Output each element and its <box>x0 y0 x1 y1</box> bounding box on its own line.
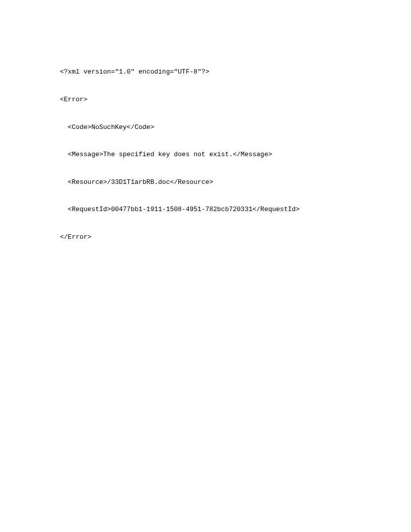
error-close-tag: </Error> <box>60 233 411 242</box>
error-resource-line: <Resource>/33D1T1arbRB.doc</Resource> <box>60 178 411 187</box>
error-code-line: <Code>NoSuchKey</Code> <box>60 123 411 132</box>
xml-error-document: <?xml version="1.0" encoding="UTF-8"?> <… <box>60 49 411 251</box>
error-requestid-line: <RequestId>00477bb1-1911-1508-4951-782bc… <box>60 205 411 214</box>
error-open-tag: <Error> <box>60 95 411 104</box>
xml-declaration: <?xml version="1.0" encoding="UTF-8"?> <box>60 68 411 77</box>
error-message-line: <Message>The specified key does not exis… <box>60 150 411 159</box>
